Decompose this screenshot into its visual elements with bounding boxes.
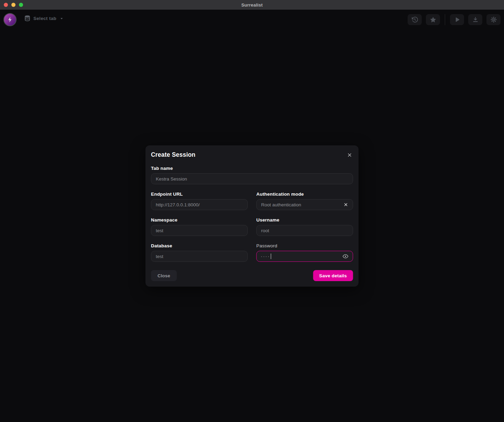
tab-selector[interactable]: Select tab (24, 15, 64, 22)
create-session-modal: Create Session Tab name Endpoint URL Aut… (146, 145, 359, 287)
lightning-bolt-icon (7, 16, 13, 23)
username-input[interactable] (256, 225, 353, 236)
eye-icon (343, 253, 349, 259)
toggle-password-visibility-button[interactable] (343, 253, 349, 259)
modal-close-button[interactable] (346, 152, 353, 158)
auth-mode-label: Authentication mode (256, 192, 353, 197)
namespace-label: Namespace (151, 217, 248, 223)
auth-mode-value: Root authentication (261, 202, 344, 207)
gear-icon (490, 16, 497, 23)
app-toolbar: Select tab (0, 10, 504, 30)
modal-title: Create Session (151, 151, 196, 158)
password-input[interactable]: ···· (256, 251, 353, 262)
close-button[interactable]: Close (151, 270, 177, 281)
namespace-input[interactable] (151, 225, 248, 236)
username-label: Username (256, 217, 353, 223)
minimize-window-button[interactable] (11, 3, 15, 7)
toolbar-actions (408, 14, 501, 25)
clear-x-icon (344, 202, 348, 207)
endpoint-url-label: Endpoint URL (151, 192, 248, 197)
titlebar: Surrealist (0, 0, 504, 10)
password-label: Password (256, 243, 353, 248)
password-masked-value: ···· (261, 254, 270, 259)
download-icon (472, 17, 479, 23)
history-button[interactable] (408, 14, 422, 25)
favorites-button[interactable] (426, 14, 440, 25)
toolbar-divider (445, 14, 445, 25)
star-icon (430, 16, 437, 23)
endpoint-url-input[interactable] (151, 199, 248, 210)
window-title: Surrealist (241, 2, 263, 8)
close-window-button[interactable] (4, 3, 8, 7)
auth-mode-select[interactable]: Root authentication (256, 199, 353, 210)
run-button[interactable] (450, 14, 464, 25)
zoom-window-button[interactable] (19, 3, 23, 7)
chevron-down-icon (59, 16, 64, 21)
surrealist-logo[interactable] (3, 13, 17, 26)
tab-name-label: Tab name (151, 166, 353, 171)
database-input[interactable] (151, 251, 248, 262)
database-icon (24, 15, 31, 22)
tab-name-input[interactable] (151, 173, 353, 184)
save-details-button[interactable]: Save details (313, 270, 353, 281)
close-icon (347, 152, 353, 158)
settings-button[interactable] (486, 14, 501, 25)
database-label: Database (151, 243, 248, 248)
traffic-lights (4, 3, 23, 7)
auth-mode-clear-button[interactable] (344, 202, 348, 207)
history-icon (411, 16, 418, 23)
download-button[interactable] (468, 14, 482, 25)
text-cursor (271, 254, 271, 259)
play-icon (454, 17, 460, 23)
tab-selector-label: Select tab (33, 16, 56, 21)
